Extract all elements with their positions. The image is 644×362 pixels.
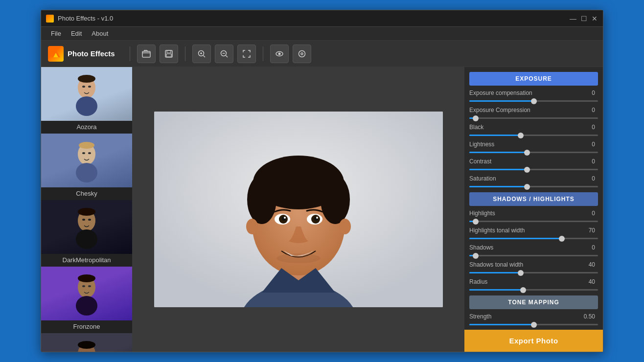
toolbar: Photo Effects (41, 41, 603, 67)
slider-wrap-shadows-tonal[interactable] (469, 272, 598, 273)
filter-item-aozora[interactable]: Aozora (41, 67, 132, 134)
close-button[interactable]: ✕ (591, 15, 598, 22)
slider-wrap-highlights-tonal[interactable] (469, 238, 598, 239)
slider-wrap-exposure-comp2[interactable] (469, 117, 598, 119)
main-content: Aozora Chesky (41, 67, 603, 352)
shadows-section-header: SHADOWS / HIGHLIGHTS (469, 192, 598, 206)
filter-item-darkmetro[interactable]: DarkMetropolitan (41, 200, 132, 267)
svg-point-29 (82, 219, 85, 221)
slider-value-shadows-tonal: 40 (579, 261, 595, 268)
slider-row-highlights: Highlights 0 (469, 210, 598, 217)
svg-line-11 (226, 55, 228, 57)
filter-thumbnail-darkmetro (41, 200, 132, 254)
slider-row-highlights-tonal: Highlights tonal width 70 (469, 227, 598, 234)
slider-label-contrast: Contrast (469, 158, 579, 165)
zoom-out-button[interactable] (215, 45, 233, 63)
slider-label-exposure-comp2: Exposure Compression (469, 107, 579, 113)
slider-value-lightness: 0 (579, 141, 595, 148)
window-title: Photo Effects - v1.0 (58, 15, 570, 22)
slider-value-shadows: 0 (579, 244, 595, 251)
right-panel: EXPOSURE Exposure compensation 0 Exposur… (464, 67, 603, 352)
svg-point-19 (82, 86, 85, 88)
svg-point-33 (76, 296, 97, 316)
svg-point-49 (246, 219, 258, 234)
logo-icon (48, 46, 64, 62)
menu-about[interactable]: About (87, 28, 113, 39)
svg-point-47 (247, 175, 276, 224)
filter-item-fronzone[interactable]: Fronzone (41, 267, 132, 333)
slider-row-contrast: Contrast 0 (469, 158, 598, 165)
filter-thumbnail-next (41, 333, 132, 352)
filter-name-chesky: Chesky (41, 187, 132, 200)
slider-row-exposure-comp2: Exposure Compression 0 (469, 107, 598, 113)
filter-item-next[interactable]: Next (41, 333, 132, 352)
slider-value-exposure-comp: 0 (579, 90, 595, 96)
slider-row-lightness: Lightness 0 (469, 141, 598, 148)
slider-label-saturation: Saturation (469, 175, 579, 182)
slider-value-strength: 0.50 (579, 313, 595, 320)
slider-wrap-saturation[interactable] (469, 186, 598, 187)
menu-file[interactable]: File (46, 28, 66, 39)
slider-wrap-highlights[interactable] (469, 221, 598, 222)
controls-scroll: EXPOSURE Exposure compensation 0 Exposur… (464, 67, 603, 330)
save-file-button[interactable] (160, 45, 178, 63)
app-logo: Photo Effects (48, 46, 115, 62)
slider-row-black: Black 0 (469, 124, 598, 131)
photo-display (154, 112, 443, 307)
slider-wrap-radius[interactable] (469, 289, 598, 291)
reset-button[interactable] (293, 45, 311, 63)
filter-item-chesky[interactable]: Chesky (41, 134, 132, 200)
svg-rect-5 (166, 54, 171, 57)
slider-value-saturation: 0 (579, 175, 595, 182)
tone-section-header: TONE MAPPING (469, 295, 598, 309)
svg-point-23 (76, 163, 97, 182)
eye-button[interactable] (270, 45, 289, 63)
slider-label-highlights-tonal: Highlights tonal width (469, 227, 579, 234)
slider-label-exposure-comp: Exposure compensation (469, 90, 579, 96)
maximize-button[interactable]: ☐ (580, 15, 587, 22)
canvas-area (133, 67, 464, 352)
fit-button[interactable] (237, 45, 256, 63)
svg-point-35 (88, 285, 91, 287)
slider-label-strength: Strength (469, 313, 579, 320)
slider-wrap-lightness[interactable] (469, 152, 598, 153)
slider-row-radius: Radius 40 (469, 278, 598, 285)
slider-wrap-strength[interactable] (469, 324, 598, 325)
toolbar-separator-3 (263, 46, 263, 61)
svg-point-50 (339, 219, 351, 234)
slider-label-radius: Radius (469, 278, 579, 285)
slider-value-highlights-tonal: 70 (579, 227, 595, 234)
svg-point-18 (76, 96, 97, 116)
slider-row-shadows: Shadows 0 (469, 244, 598, 251)
menu-edit[interactable]: Edit (66, 28, 87, 39)
app-window: Photo Effects - v1.0 — ☐ ✕ File Edit Abo… (41, 10, 603, 352)
svg-point-58 (316, 217, 318, 219)
filter-name-aozora: Aozora (41, 121, 132, 133)
filter-thumbnail-chesky (41, 134, 132, 187)
slider-row-strength: Strength 0.50 (469, 313, 598, 320)
slider-row-shadows-tonal: Shadows tonal width 40 (469, 261, 598, 268)
zoom-in-button[interactable] (192, 45, 211, 63)
slider-value-highlights: 0 (579, 210, 595, 217)
minimize-button[interactable]: — (570, 15, 576, 22)
svg-point-48 (321, 175, 350, 224)
open-file-button[interactable] (137, 45, 156, 63)
slider-label-shadows-tonal: Shadows tonal width (469, 261, 579, 268)
title-bar: Photo Effects - v1.0 — ☐ ✕ (41, 10, 603, 27)
slider-value-radius: 40 (579, 278, 595, 285)
filter-thumbnail-aozora (41, 67, 132, 121)
slider-label-highlights: Highlights (469, 210, 579, 217)
slider-wrap-contrast[interactable] (469, 169, 598, 170)
svg-point-57 (284, 217, 286, 219)
menu-bar: File Edit About (41, 27, 603, 41)
slider-wrap-shadows[interactable] (469, 255, 598, 256)
slider-label-black: Black (469, 124, 579, 131)
svg-point-28 (76, 229, 97, 249)
slider-label-shadows: Shadows (469, 244, 579, 251)
slider-label-lightness: Lightness (469, 141, 579, 148)
slider-wrap-black[interactable] (469, 135, 598, 136)
slider-wrap-exposure-comp[interactable] (469, 100, 598, 102)
slider-value-exposure-comp2: 0 (579, 107, 595, 113)
export-button[interactable]: Export Photo (464, 330, 603, 352)
svg-point-26 (79, 142, 94, 149)
